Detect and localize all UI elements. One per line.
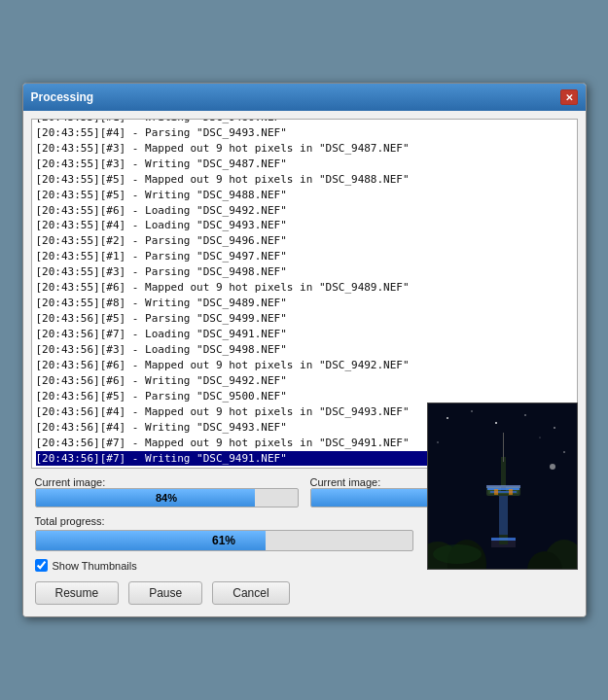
progress-bar-1-container: 84% bbox=[35, 488, 299, 508]
log-line: [20:43:55][#4] - Loading "DSC_9493.NEF" bbox=[36, 218, 573, 233]
svg-rect-20 bbox=[487, 488, 519, 490]
thumbnail-preview bbox=[427, 402, 578, 570]
log-line: [20:43:55][#6] - Mapped out 9 hot pixels… bbox=[36, 280, 573, 296]
progress-bar-1-text: 84% bbox=[36, 492, 298, 504]
log-line: [20:43:55][#1] - Writing "DSC_9486.NEF" bbox=[36, 119, 573, 125]
log-line: [20:43:55][#6] - Loading "DSC_9492.NEF" bbox=[36, 203, 573, 219]
svg-point-9 bbox=[550, 464, 555, 470]
svg-point-6 bbox=[437, 441, 438, 442]
window-title: Processing bbox=[31, 90, 94, 104]
resume-button[interactable]: Resume bbox=[35, 581, 120, 605]
log-line: [20:43:56][#6] - Mapped out 9 hot pixels… bbox=[36, 358, 573, 373]
total-bar-text: 61% bbox=[36, 534, 412, 547]
log-line: [20:43:56][#5] - Parsing "DSC_9499.NEF" bbox=[36, 311, 573, 327]
pause-button[interactable]: Pause bbox=[128, 581, 202, 605]
log-line: [20:43:56][#7] - Loading "DSC_9491.NEF" bbox=[36, 327, 573, 342]
svg-point-2 bbox=[471, 410, 473, 412]
svg-rect-22 bbox=[499, 496, 508, 535]
button-row: Resume Pause Cancel bbox=[35, 581, 574, 605]
total-bar-container: 61% bbox=[35, 530, 413, 551]
svg-rect-23 bbox=[486, 485, 520, 488]
svg-point-7 bbox=[563, 451, 565, 453]
svg-rect-24 bbox=[494, 489, 498, 495]
svg-point-5 bbox=[554, 427, 555, 429]
svg-point-1 bbox=[447, 417, 448, 419]
close-button[interactable]: ✕ bbox=[560, 89, 578, 105]
log-line: [20:43:55][#3] - Mapped out 9 hot pixels… bbox=[36, 141, 573, 157]
total-progress-label: Total progress: bbox=[35, 515, 105, 527]
log-line: [20:43:55][#3] - Parsing "DSC_9498.NEF" bbox=[36, 264, 573, 280]
log-line: [20:43:55][#3] - Writing "DSC_9487.NEF" bbox=[36, 157, 573, 172]
processing-window: Processing ✕ [20:43:55][#6] - Parsing "D… bbox=[22, 83, 587, 617]
window-body: [20:43:55][#6] - Parsing "DSC_9492.NEF"[… bbox=[23, 111, 586, 616]
current-image-1-section: Current image: 84% bbox=[35, 476, 299, 508]
title-bar: Processing ✕ bbox=[23, 84, 586, 111]
cancel-button[interactable]: Cancel bbox=[212, 581, 289, 605]
svg-point-3 bbox=[495, 422, 497, 424]
log-line: [20:43:55][#5] - Mapped out 9 hot pixels… bbox=[36, 172, 573, 188]
log-line: [20:43:55][#2] - Parsing "DSC_9496.NEF" bbox=[36, 233, 573, 249]
svg-rect-19 bbox=[503, 433, 504, 462]
log-line: [20:43:56][#3] - Loading "DSC_9498.NEF" bbox=[36, 342, 573, 358]
show-thumbnails-checkbox[interactable] bbox=[35, 559, 48, 572]
svg-rect-25 bbox=[509, 489, 513, 495]
svg-point-27 bbox=[433, 544, 482, 564]
current-image-label-1: Current image: bbox=[35, 476, 299, 488]
svg-rect-26 bbox=[491, 538, 516, 541]
log-line: [20:43:55][#8] - Writing "DSC_9489.NEF" bbox=[36, 296, 573, 311]
show-thumbnails-label: Show Thumbnails bbox=[53, 560, 137, 572]
svg-point-4 bbox=[524, 414, 526, 416]
log-line: [20:43:55][#1] - Parsing "DSC_9497.NEF" bbox=[36, 249, 573, 264]
svg-point-8 bbox=[539, 437, 540, 438]
log-line: [20:43:56][#6] - Writing "DSC_9492.NEF" bbox=[36, 373, 573, 389]
log-line: [20:43:55][#5] - Writing "DSC_9488.NEF" bbox=[36, 188, 573, 203]
log-line: [20:43:55][#4] - Parsing "DSC_9493.NEF" bbox=[36, 125, 573, 141]
